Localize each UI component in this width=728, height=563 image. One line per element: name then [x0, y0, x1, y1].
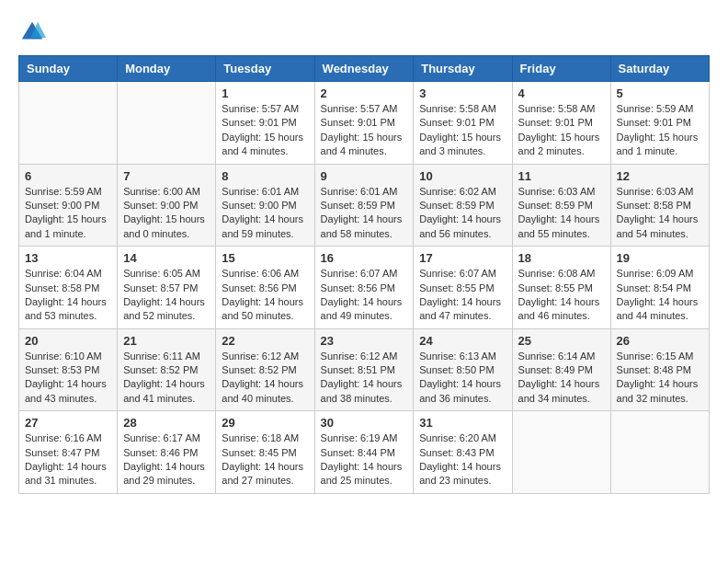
day-number: 28	[123, 416, 210, 430]
calendar-cell: 31Sunrise: 6:20 AM Sunset: 8:43 PM Dayli…	[414, 411, 512, 494]
day-number: 1	[222, 86, 308, 100]
day-number: 15	[222, 251, 308, 265]
calendar-cell: 5Sunrise: 5:59 AM Sunset: 9:01 PM Daylig…	[610, 82, 709, 165]
day-info: Sunrise: 6:11 AM Sunset: 8:52 PM Dayligh…	[123, 350, 210, 407]
calendar-header-sunday: Sunday	[19, 56, 118, 82]
day-number: 26	[617, 334, 703, 348]
calendar-cell: 2Sunrise: 5:57 AM Sunset: 9:01 PM Daylig…	[314, 82, 414, 165]
day-number: 19	[617, 251, 703, 265]
day-info: Sunrise: 6:20 AM Sunset: 8:43 PM Dayligh…	[419, 431, 506, 488]
calendar-cell: 7Sunrise: 6:00 AM Sunset: 9:00 PM Daylig…	[118, 164, 216, 247]
calendar-cell	[118, 82, 216, 165]
day-info: Sunrise: 6:15 AM Sunset: 8:48 PM Dayligh…	[617, 350, 703, 407]
day-number: 30	[321, 416, 408, 430]
calendar-header-wednesday: Wednesday	[314, 56, 414, 82]
day-number: 12	[617, 169, 703, 183]
day-info: Sunrise: 6:05 AM Sunset: 8:57 PM Dayligh…	[123, 267, 210, 324]
calendar-cell: 9Sunrise: 6:01 AM Sunset: 8:59 PM Daylig…	[314, 164, 414, 247]
calendar-week-row: 27Sunrise: 6:16 AM Sunset: 8:47 PM Dayli…	[19, 411, 710, 494]
calendar-header-monday: Monday	[118, 56, 216, 82]
calendar-table: SundayMondayTuesdayWednesdayThursdayFrid…	[18, 55, 710, 494]
day-number: 11	[518, 169, 605, 183]
calendar-cell: 16Sunrise: 6:07 AM Sunset: 8:56 PM Dayli…	[314, 247, 414, 329]
calendar-header-saturday: Saturday	[610, 56, 709, 82]
day-info: Sunrise: 5:57 AM Sunset: 9:01 PM Dayligh…	[222, 102, 308, 159]
day-number: 29	[222, 416, 308, 430]
day-info: Sunrise: 6:06 AM Sunset: 8:56 PM Dayligh…	[222, 267, 308, 324]
logo-icon	[18, 18, 46, 46]
day-number: 24	[419, 334, 506, 348]
calendar-cell: 10Sunrise: 6:02 AM Sunset: 8:59 PM Dayli…	[414, 164, 512, 247]
day-info: Sunrise: 5:58 AM Sunset: 9:01 PM Dayligh…	[419, 102, 506, 159]
day-number: 3	[419, 86, 506, 100]
calendar-cell: 23Sunrise: 6:12 AM Sunset: 8:51 PM Dayli…	[314, 328, 414, 411]
calendar-week-row: 20Sunrise: 6:10 AM Sunset: 8:53 PM Dayli…	[19, 328, 710, 411]
calendar-cell: 26Sunrise: 6:15 AM Sunset: 8:48 PM Dayli…	[610, 328, 709, 411]
calendar-cell: 15Sunrise: 6:06 AM Sunset: 8:56 PM Dayli…	[216, 247, 314, 329]
calendar-week-row: 6Sunrise: 5:59 AM Sunset: 9:00 PM Daylig…	[19, 164, 710, 247]
day-number: 5	[617, 86, 703, 100]
calendar-cell: 20Sunrise: 6:10 AM Sunset: 8:53 PM Dayli…	[19, 328, 118, 411]
calendar-cell: 13Sunrise: 6:04 AM Sunset: 8:58 PM Dayli…	[19, 247, 118, 329]
calendar-cell: 11Sunrise: 6:03 AM Sunset: 8:59 PM Dayli…	[512, 164, 610, 247]
day-number: 20	[25, 334, 111, 348]
calendar-week-row: 1Sunrise: 5:57 AM Sunset: 9:01 PM Daylig…	[19, 82, 710, 165]
day-number: 21	[123, 334, 210, 348]
day-number: 27	[25, 416, 111, 430]
day-info: Sunrise: 6:00 AM Sunset: 9:00 PM Dayligh…	[123, 185, 210, 242]
day-number: 8	[222, 169, 308, 183]
calendar-cell: 1Sunrise: 5:57 AM Sunset: 9:01 PM Daylig…	[216, 82, 314, 165]
day-info: Sunrise: 6:04 AM Sunset: 8:58 PM Dayligh…	[25, 267, 111, 324]
calendar-week-row: 13Sunrise: 6:04 AM Sunset: 8:58 PM Dayli…	[19, 247, 710, 329]
day-info: Sunrise: 5:59 AM Sunset: 9:01 PM Dayligh…	[617, 102, 703, 159]
day-info: Sunrise: 6:01 AM Sunset: 9:00 PM Dayligh…	[222, 185, 308, 242]
calendar-cell: 27Sunrise: 6:16 AM Sunset: 8:47 PM Dayli…	[19, 411, 118, 494]
day-number: 18	[518, 251, 605, 265]
day-info: Sunrise: 6:08 AM Sunset: 8:55 PM Dayligh…	[518, 267, 605, 324]
calendar-cell: 29Sunrise: 6:18 AM Sunset: 8:45 PM Dayli…	[216, 411, 314, 494]
calendar-cell: 6Sunrise: 5:59 AM Sunset: 9:00 PM Daylig…	[19, 164, 118, 247]
day-number: 17	[419, 251, 506, 265]
calendar-cell: 28Sunrise: 6:17 AM Sunset: 8:46 PM Dayli…	[118, 411, 216, 494]
calendar-cell: 19Sunrise: 6:09 AM Sunset: 8:54 PM Dayli…	[610, 247, 709, 329]
calendar-cell: 4Sunrise: 5:58 AM Sunset: 9:01 PM Daylig…	[512, 82, 610, 165]
day-number: 22	[222, 334, 308, 348]
day-number: 9	[321, 169, 408, 183]
day-info: Sunrise: 5:59 AM Sunset: 9:00 PM Dayligh…	[25, 185, 111, 242]
day-number: 7	[123, 169, 210, 183]
day-info: Sunrise: 6:19 AM Sunset: 8:44 PM Dayligh…	[321, 431, 408, 488]
calendar-cell: 22Sunrise: 6:12 AM Sunset: 8:52 PM Dayli…	[216, 328, 314, 411]
day-number: 14	[123, 251, 210, 265]
day-number: 31	[419, 416, 506, 430]
calendar-cell: 3Sunrise: 5:58 AM Sunset: 9:01 PM Daylig…	[414, 82, 512, 165]
calendar-cell: 14Sunrise: 6:05 AM Sunset: 8:57 PM Dayli…	[118, 247, 216, 329]
calendar-cell	[19, 82, 118, 165]
page-header	[18, 18, 710, 46]
day-info: Sunrise: 6:17 AM Sunset: 8:46 PM Dayligh…	[123, 431, 210, 488]
day-number: 23	[321, 334, 408, 348]
calendar-cell: 24Sunrise: 6:13 AM Sunset: 8:50 PM Dayli…	[414, 328, 512, 411]
calendar-cell	[610, 411, 709, 494]
day-number: 16	[321, 251, 408, 265]
calendar-cell: 21Sunrise: 6:11 AM Sunset: 8:52 PM Dayli…	[118, 328, 216, 411]
day-info: Sunrise: 6:09 AM Sunset: 8:54 PM Dayligh…	[617, 267, 703, 324]
day-info: Sunrise: 6:07 AM Sunset: 8:56 PM Dayligh…	[321, 267, 408, 324]
calendar-cell	[512, 411, 610, 494]
day-info: Sunrise: 6:12 AM Sunset: 8:52 PM Dayligh…	[222, 350, 308, 407]
day-info: Sunrise: 6:10 AM Sunset: 8:53 PM Dayligh…	[25, 350, 111, 407]
day-info: Sunrise: 6:14 AM Sunset: 8:49 PM Dayligh…	[518, 350, 605, 407]
calendar-cell: 25Sunrise: 6:14 AM Sunset: 8:49 PM Dayli…	[512, 328, 610, 411]
day-number: 2	[321, 86, 408, 100]
day-info: Sunrise: 6:16 AM Sunset: 8:47 PM Dayligh…	[25, 431, 111, 488]
day-info: Sunrise: 6:07 AM Sunset: 8:55 PM Dayligh…	[419, 267, 506, 324]
calendar-cell: 12Sunrise: 6:03 AM Sunset: 8:58 PM Dayli…	[610, 164, 709, 247]
day-number: 25	[518, 334, 605, 348]
day-info: Sunrise: 6:01 AM Sunset: 8:59 PM Dayligh…	[321, 185, 408, 242]
day-info: Sunrise: 6:13 AM Sunset: 8:50 PM Dayligh…	[419, 350, 506, 407]
day-info: Sunrise: 6:12 AM Sunset: 8:51 PM Dayligh…	[321, 350, 408, 407]
calendar-header-friday: Friday	[512, 56, 610, 82]
calendar-header-thursday: Thursday	[414, 56, 512, 82]
day-info: Sunrise: 6:02 AM Sunset: 8:59 PM Dayligh…	[419, 185, 506, 242]
day-number: 6	[25, 169, 111, 183]
calendar-cell: 8Sunrise: 6:01 AM Sunset: 9:00 PM Daylig…	[216, 164, 314, 247]
